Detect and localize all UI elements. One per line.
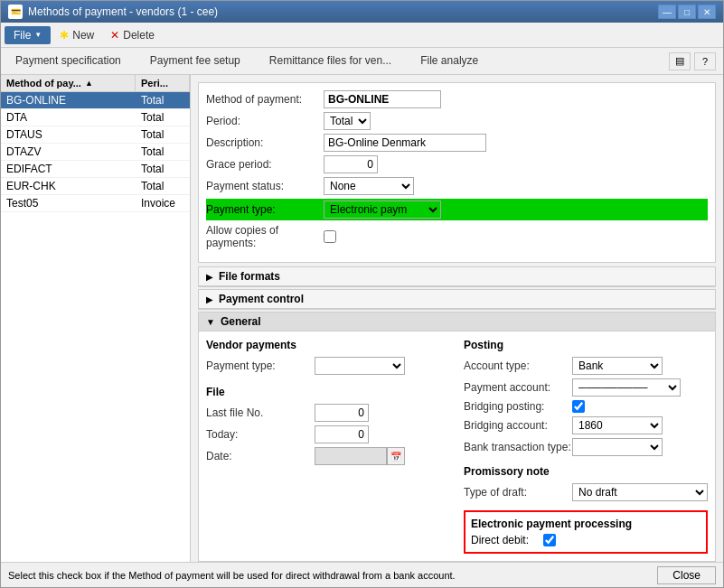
period-cell: Invoice (136, 195, 190, 211)
list-item[interactable]: DTAUS Total (1, 126, 190, 144)
tab-file-analyze[interactable]: File analyze (406, 50, 493, 73)
new-button[interactable]: ✱ New (52, 26, 101, 44)
payment-type-sub-label: Payment type: (206, 359, 315, 372)
last-file-no-label: Last file No. (206, 406, 315, 419)
list-item[interactable]: BG-ONLINE Total (1, 92, 190, 109)
period-label: Period: (206, 115, 324, 127)
type-of-draft-select[interactable]: No draft (572, 483, 708, 501)
today-row: Today: (206, 425, 446, 443)
general-arrow: ▼ (206, 317, 215, 327)
payment-control-section: ▶ Payment control (198, 289, 716, 310)
direct-debit-label: Direct debit: (471, 534, 543, 546)
vendor-payments-title: Vendor payments (206, 339, 446, 351)
delete-button[interactable]: ✕ Delete (103, 26, 162, 44)
description-row: Description: (206, 134, 708, 152)
allow-copies-row: Allow copies of payments: (206, 224, 708, 249)
close-window-button[interactable]: ✕ (698, 5, 716, 19)
main-content: Method of pay... ▲ Peri... BG-ONLINE Tot… (1, 75, 723, 562)
help-button[interactable]: ? (694, 52, 716, 70)
window-title: Methods of payment - vendors (1 - cee) (28, 5, 218, 18)
col-period-header: Peri... (136, 75, 190, 91)
promissory-title: Promissory note (464, 465, 708, 478)
electronic-payment-box: Electronic payment processing Direct deb… (464, 510, 708, 554)
today-input[interactable] (315, 425, 369, 443)
list-item[interactable]: DTAZV Total (1, 144, 190, 161)
electronic-payment-title: Electronic payment processing (471, 518, 700, 530)
status-message: Select this check box if the Method of p… (8, 570, 456, 581)
grace-period-input[interactable] (324, 155, 378, 173)
file-sub-title: File (206, 386, 446, 398)
allow-copies-checkbox[interactable] (324, 230, 336, 243)
type-of-draft-row: Type of draft: No draft (464, 483, 708, 501)
payment-account-select[interactable]: ───────── (572, 378, 681, 397)
tab-remittance[interactable]: Remittance files for ven... (255, 50, 406, 73)
method-of-payment-label: Method of payment: (206, 93, 324, 106)
maximize-button[interactable]: □ (678, 5, 696, 19)
tab-payment-fee-setup[interactable]: Payment fee setup (136, 50, 255, 73)
date-row: Date: 📅 (206, 447, 446, 465)
posting-title: Posting (464, 339, 708, 351)
period-row: Period: Total (206, 112, 708, 130)
new-icon: ✱ (60, 29, 69, 42)
vendor-payment-type-select[interactable] (315, 357, 405, 375)
direct-debit-row: Direct debit: (471, 534, 700, 546)
file-formats-arrow: ▶ (206, 272, 213, 282)
today-label: Today: (206, 428, 315, 441)
list-header: Method of pay... ▲ Peri... (1, 75, 190, 92)
description-input[interactable] (324, 134, 486, 152)
file-menu[interactable]: File ▼ (5, 26, 51, 44)
list-item[interactable]: EUR-CHK Total (1, 178, 190, 195)
file-formats-title: File formats (219, 270, 280, 283)
payment-account-label: Payment account: (464, 381, 572, 394)
bridging-account-select[interactable]: 1860 (572, 416, 663, 434)
toolbar-tabs: Payment specification Payment fee setup … (1, 50, 493, 73)
bridging-posting-checkbox[interactable] (572, 400, 585, 413)
file-formats-header[interactable]: ▶ File formats (199, 267, 715, 286)
right-panel: Method of payment: Period: Total Descrip… (191, 75, 723, 562)
method-cell: DTA (1, 109, 136, 126)
list-item[interactable]: EDIFACT Total (1, 161, 190, 178)
file-menu-label: File (14, 29, 31, 42)
close-button[interactable]: Close (657, 566, 716, 584)
view-button[interactable]: ▤ (669, 52, 691, 70)
method-cell: EDIFACT (1, 161, 136, 177)
general-header[interactable]: ▼ General (199, 313, 715, 331)
method-cell: Test05 (1, 195, 136, 211)
last-file-no-input[interactable] (315, 404, 369, 422)
account-type-select[interactable]: Bank (572, 357, 663, 375)
period-select[interactable]: Total (324, 112, 371, 130)
bank-transaction-type-label: Bank transaction type: (464, 441, 572, 453)
minimize-button[interactable]: — (658, 5, 676, 19)
date-picker-button[interactable]: 📅 (387, 447, 405, 465)
period-cell: Total (136, 144, 190, 160)
method-of-payment-input[interactable] (324, 90, 441, 108)
bridging-posting-label: Bridging posting: (464, 400, 572, 413)
title-bar-controls: — □ ✕ (658, 5, 716, 19)
file-formats-section: ▶ File formats (198, 266, 716, 287)
method-cell: BG-ONLINE (1, 92, 136, 108)
date-label: Date: (206, 450, 315, 462)
period-cell: Total (136, 109, 190, 126)
method-of-payment-row: Method of payment: (206, 90, 708, 108)
col-method-header: Method of pay... ▲ (1, 75, 136, 91)
payment-status-select[interactable]: None (324, 177, 414, 195)
payment-type-select[interactable]: Electronic paym (324, 201, 441, 219)
account-type-label: Account type: (464, 359, 572, 372)
direct-debit-checkbox[interactable] (543, 534, 556, 546)
payment-status-row: Payment status: None (206, 177, 708, 195)
payment-type-sub-row: Payment type: (206, 357, 446, 375)
list-item[interactable]: DTA Total (1, 109, 190, 126)
payment-control-arrow: ▶ (206, 294, 213, 304)
period-cell: Total (136, 161, 190, 177)
payment-control-header[interactable]: ▶ Payment control (199, 290, 715, 309)
bank-transaction-type-select[interactable] (572, 438, 663, 456)
bridging-account-row: Bridging account: 1860 (464, 416, 708, 434)
general-right-col: Posting Account type: Bank Payment accou… (464, 339, 708, 554)
payment-control-title: Payment control (219, 293, 304, 305)
date-input[interactable] (315, 447, 387, 465)
payment-type-row: Payment type: Electronic paym (206, 199, 708, 220)
payment-type-label: Payment type: (206, 203, 324, 216)
general-left-col: Vendor payments Payment type: File Last … (206, 339, 446, 554)
list-item[interactable]: Test05 Invoice (1, 195, 190, 212)
tab-payment-specification[interactable]: Payment specification (1, 50, 136, 73)
